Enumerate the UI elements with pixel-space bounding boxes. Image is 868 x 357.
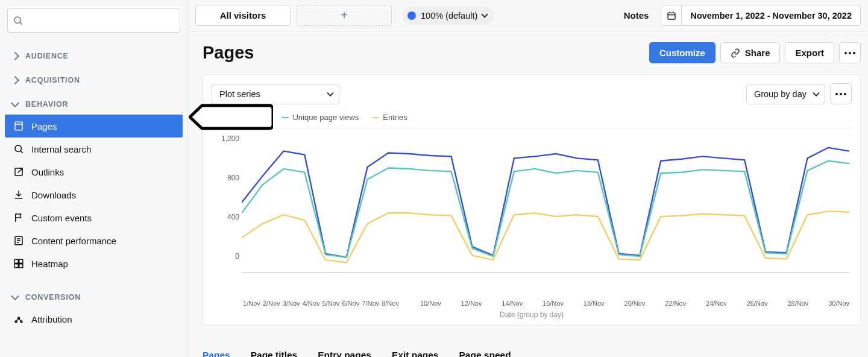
svg-rect-14	[19, 264, 23, 268]
sidebar-item-internal-search[interactable]: Internal search	[5, 137, 183, 160]
sidebar-item-content-performance[interactable]: Content performance	[5, 229, 183, 252]
nav-group-acquisition[interactable]: ACQUISITION	[5, 70, 183, 90]
sidebar-item-custom-events[interactable]: Custom events	[5, 206, 183, 229]
content-icon	[13, 235, 24, 246]
svg-line-5	[20, 151, 22, 153]
line-chart	[242, 141, 849, 273]
sidebar-item-label: Internal search	[31, 144, 91, 154]
heatmap-icon	[13, 258, 24, 269]
date-range-picker[interactable]: November 1, 2022 - November 30, 2022	[661, 5, 861, 26]
x-tick: 24/Nov	[706, 300, 727, 307]
nav-group-label: CONVERSION	[25, 293, 81, 302]
plus-icon: +	[341, 8, 348, 22]
sidebar-item-outlinks[interactable]: Outlinks	[5, 160, 183, 183]
x-tick	[645, 300, 665, 307]
search-icon	[13, 15, 24, 26]
x-tick	[768, 300, 788, 307]
svg-point-0	[14, 17, 21, 24]
search-input[interactable]	[7, 8, 180, 33]
svg-rect-2	[15, 122, 22, 130]
x-tick: 8/Nov	[380, 300, 400, 307]
sidebar-item-label: Downloads	[31, 190, 76, 200]
export-button[interactable]: Export	[785, 42, 834, 63]
nav-group-label: BEHAVIOR	[25, 100, 68, 109]
search-icon	[13, 144, 24, 154]
tab-pages[interactable]: Pages	[203, 344, 230, 357]
sidebar-item-pages[interactable]: Pages	[5, 115, 183, 137]
tab-exit-pages[interactable]: Exit pages	[392, 344, 439, 357]
svg-rect-12	[19, 259, 23, 263]
dot-icon	[407, 11, 416, 20]
date-range-label: November 1, 2022 - November 30, 2022	[682, 11, 860, 21]
sidebar-item-attribution[interactable]: Attribution	[5, 308, 183, 330]
x-tick: 6/Nov	[341, 300, 360, 307]
legend-item[interactable]: Entries	[372, 113, 407, 122]
nav-group-label: AUDIENCE	[25, 52, 69, 60]
legend-item[interactable]: Unique page views	[281, 113, 359, 122]
chevron-down-icon	[482, 11, 488, 17]
x-tick: 7/Nov	[360, 300, 380, 307]
more-button[interactable]	[839, 42, 861, 63]
attribution-icon	[13, 314, 24, 324]
x-tick: 1/Nov	[242, 300, 262, 307]
x-tick	[808, 300, 828, 307]
sidebar-item-downloads[interactable]: Downloads	[5, 183, 183, 206]
tab-page-speed[interactable]: Page speed	[459, 344, 511, 357]
segment-button[interactable]: All visitors	[195, 5, 291, 26]
x-tick: 10/Nov	[420, 300, 441, 307]
segment-label: All visitors	[220, 10, 266, 21]
chart-legend: Page views Unique page views Entries	[212, 108, 852, 128]
group-by-select[interactable]: Group by day	[746, 84, 825, 104]
x-tick	[686, 300, 706, 307]
notes-button[interactable]: Notes	[624, 10, 649, 21]
x-tick: 20/Nov	[624, 300, 646, 307]
calendar-icon	[661, 5, 682, 25]
topbar: All visitors + 100% (default) Notes Nove…	[188, 0, 868, 31]
x-axis-title: Date (group by day)	[212, 311, 852, 319]
x-tick: 3/Nov	[281, 300, 301, 307]
x-tick: 14/Nov	[502, 300, 523, 307]
sample-pill[interactable]: 100% (default)	[403, 7, 494, 25]
x-tick	[605, 300, 624, 307]
chevron-down-icon	[813, 89, 819, 96]
page-icon	[13, 121, 24, 131]
svg-point-4	[15, 145, 22, 152]
dots-icon	[835, 93, 846, 95]
plot-series-select[interactable]: Plot series	[212, 84, 339, 104]
sidebar-item-label: Pages	[31, 121, 57, 131]
x-tick: 5/Nov	[321, 300, 341, 307]
x-tick: 12/Nov	[461, 300, 482, 307]
x-tick	[523, 300, 542, 307]
chevron-right-icon	[11, 52, 19, 60]
share-button[interactable]: Share	[720, 42, 781, 63]
page-title: Pages	[203, 43, 254, 63]
tab-entry-pages[interactable]: Entry pages	[318, 344, 371, 357]
add-segment-button[interactable]: +	[297, 5, 392, 26]
sidebar-item-heatmap[interactable]: Heatmap	[5, 252, 183, 275]
link-icon	[731, 48, 740, 58]
x-axis: 1/Nov2/Nov3/Nov4/Nov5/Nov6/Nov7/Nov8/Nov…	[212, 300, 852, 307]
subtabs: PagesPage titlesEntry pagesExit pagesPag…	[203, 344, 861, 357]
x-tick	[400, 300, 420, 307]
chevron-down-icon	[327, 89, 333, 96]
main: All visitors + 100% (default) Notes Nove…	[188, 0, 868, 357]
chart-more-button[interactable]	[830, 83, 852, 104]
chevron-down-icon	[11, 99, 19, 107]
x-tick: 2/Nov	[262, 300, 281, 307]
x-tick: 4/Nov	[301, 300, 321, 307]
callout-arrow-icon	[189, 104, 273, 130]
x-tick: 22/Nov	[665, 300, 686, 307]
sidebar-item-label: Outlinks	[31, 167, 64, 177]
chart-card: Plot series Group by day Page views Uniq…	[203, 74, 861, 326]
nav-group-conversion[interactable]: CONVERSION	[5, 287, 183, 308]
svg-line-1	[20, 22, 22, 24]
customize-button[interactable]: Customize	[649, 42, 715, 63]
x-tick	[482, 300, 502, 307]
tab-page-titles[interactable]: Page titles	[251, 344, 298, 357]
nav-group-audience[interactable]: AUDIENCE	[5, 46, 183, 66]
chevron-down-icon	[11, 292, 19, 300]
x-tick: 28/Nov	[787, 300, 808, 307]
dots-icon	[844, 52, 855, 54]
select-label: Group by day	[754, 89, 807, 99]
nav-group-behavior[interactable]: BEHAVIOR	[5, 94, 183, 115]
